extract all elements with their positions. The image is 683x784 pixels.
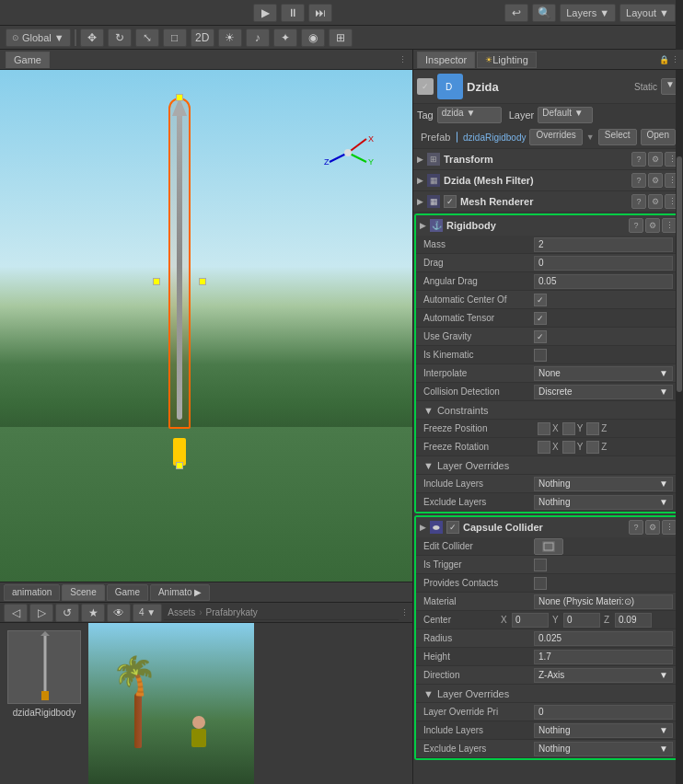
mass-input[interactable] [534, 237, 673, 252]
prefabrykaty-breadcrumb[interactable]: Prafabrykaty [206, 607, 258, 617]
freeze-rot-z-check[interactable] [586, 441, 599, 454]
audio-toggle[interactable]: ♪ [246, 29, 270, 47]
edit-collider-button[interactable] [534, 538, 563, 555]
layout-dropdown[interactable]: Layout ▼ [619, 4, 676, 22]
use-gravity-checkbox[interactable]: ✓ [534, 330, 547, 343]
auto-center-checkbox[interactable]: ✓ [534, 294, 547, 306]
freeze-rot-x-check[interactable] [538, 441, 550, 454]
rigidbody-settings[interactable]: ⚙ [645, 218, 660, 233]
height-input[interactable] [534, 650, 673, 664]
back-button[interactable]: ◁ [4, 604, 28, 622]
lighting-toggle[interactable]: ☀ [218, 29, 242, 47]
center-z-input[interactable] [615, 613, 652, 628]
mesh-renderer-help[interactable]: ? [631, 194, 646, 209]
global-dropdown[interactable]: ⊙ Global ▼ [6, 29, 71, 47]
inspector-scrollbar[interactable] [676, 50, 683, 784]
rotate-tool[interactable]: ↻ [108, 29, 132, 47]
direction-dropdown[interactable]: Z-Axis ▼ [534, 668, 673, 683]
inspector-lock[interactable]: 🔒 [659, 55, 669, 64]
handle-top[interactable] [176, 94, 183, 101]
scene-tab[interactable]: Scene [62, 584, 104, 601]
handle-bottom[interactable] [176, 462, 183, 469]
cc-layer-override-pri-input[interactable] [534, 705, 673, 720]
game-preview-tab[interactable]: Game [107, 584, 148, 601]
overrides-button[interactable]: Overrides [529, 129, 582, 145]
is-trigger-checkbox[interactable] [534, 559, 547, 571]
center-x-input[interactable] [512, 613, 549, 628]
asset-menu[interactable]: ⋮ [400, 608, 409, 617]
capsule-settings[interactable]: ⚙ [645, 520, 660, 535]
lighting-tab[interactable]: ☀ Lighting [477, 52, 537, 68]
animation-tab[interactable]: animation [4, 584, 60, 601]
mesh-filter-settings[interactable]: ⚙ [648, 173, 663, 188]
provides-contacts-checkbox[interactable] [534, 577, 547, 590]
animator-tab[interactable]: Animato ▶ [150, 584, 210, 601]
rigidbody-help[interactable]: ? [629, 218, 643, 233]
game-view-tab[interactable]: Game [6, 52, 50, 68]
capsule-collider-header[interactable]: ▶ ⬬ ✓ Capsule Collider ? ⚙ ⋮ [416, 517, 680, 537]
scene-dropdown[interactable]: 4 ▼ [133, 604, 162, 622]
hidden-toggle[interactable]: ◉ [301, 29, 325, 47]
inspector-menu[interactable]: ⋮ [671, 55, 679, 64]
tag-dropdown[interactable]: dzida ▼ [437, 107, 502, 123]
effects-toggle[interactable]: ✦ [273, 29, 297, 47]
capsule-menu[interactable]: ⋮ [662, 520, 677, 535]
is-kinematic-checkbox[interactable] [534, 349, 547, 362]
material-dropdown[interactable]: None (Physic Materi:⊙) [534, 594, 673, 609]
capsule-help[interactable]: ? [629, 520, 643, 535]
mesh-filter-help[interactable]: ? [631, 173, 646, 188]
interpolate-dropdown[interactable]: None ▼ [534, 366, 673, 381]
mesh-renderer-header[interactable]: ▶ ▦ ✓ Mesh Renderer ? ⚙ ⋮ [413, 191, 683, 212]
2d-button[interactable]: 2D [191, 29, 214, 47]
transform-settings[interactable]: ⚙ [648, 152, 663, 167]
auto-tensor-checkbox[interactable]: ✓ [534, 312, 547, 325]
freeze-pos-x-check[interactable] [538, 422, 550, 435]
rb-include-layers-dropdown[interactable]: Nothing ▼ [534, 477, 673, 491]
open-button[interactable]: Open [641, 129, 676, 145]
grid-toggle[interactable]: ⊞ [329, 29, 353, 47]
scale-tool[interactable]: ⤡ [135, 29, 159, 47]
rect-tool[interactable]: □ [163, 29, 187, 47]
refresh-button[interactable]: ↺ [55, 604, 79, 622]
transform-help[interactable]: ? [631, 152, 646, 167]
handle-left[interactable] [153, 278, 160, 285]
undo-button[interactable]: ↩ [504, 4, 528, 22]
eye-button[interactable]: 👁 [107, 604, 131, 622]
freeze-rot-y-check[interactable] [562, 441, 575, 454]
dzida-object[interactable] [156, 98, 203, 466]
layer-dropdown[interactable]: Default ▼ [538, 107, 593, 123]
rb-exclude-layers-dropdown[interactable]: Nothing ▼ [534, 495, 673, 510]
freeze-pos-z-check[interactable] [586, 422, 599, 435]
play-button[interactable]: ▶ [253, 4, 277, 22]
scrollbar-thumb[interactable] [677, 156, 682, 392]
rigidbody-header[interactable]: ▶ ⚓ Rigidbody ? ⚙ ⋮ [416, 215, 680, 236]
move-tool[interactable]: ✥ [80, 29, 104, 47]
center-y-input[interactable] [563, 613, 600, 628]
favorite-button[interactable]: ★ [81, 604, 105, 622]
drag-input[interactable] [534, 256, 673, 271]
pause-button[interactable]: ⏸ [281, 4, 305, 22]
capsule-enabled[interactable]: ✓ [446, 521, 459, 534]
search-button[interactable]: 🔍 [532, 4, 556, 22]
freeze-pos-y-check[interactable] [562, 422, 575, 435]
enabled-checkbox[interactable]: ✓ [417, 78, 434, 95]
angular-drag-input[interactable] [534, 274, 673, 289]
radius-input[interactable] [534, 631, 673, 646]
cc-include-layers-dropdown[interactable]: Nothing ▼ [534, 723, 673, 738]
asset-item-dzida[interactable]: dzidaRigidbody [7, 630, 81, 718]
mesh-renderer-enabled[interactable]: ✓ [444, 195, 457, 208]
handle-right[interactable] [199, 278, 206, 285]
cc-exclude-layers-dropdown[interactable]: Nothing ▼ [534, 742, 673, 756]
forward-button[interactable]: ▷ [29, 604, 53, 622]
select-button[interactable]: Select [598, 129, 637, 145]
layers-dropdown[interactable]: Layers ▼ [560, 4, 616, 22]
rigidbody-menu[interactable]: ⋮ [662, 218, 677, 233]
mesh-renderer-settings[interactable]: ⚙ [648, 194, 663, 209]
step-button[interactable]: ⏭ [308, 4, 332, 22]
collision-dropdown[interactable]: Discrete ▼ [534, 385, 673, 399]
more-options[interactable]: ⋮ [399, 55, 407, 64]
inspector-tab[interactable]: Inspector [417, 52, 475, 68]
transform-header[interactable]: ▶ ⊞ Transform ? ⚙ ⋮ [413, 149, 683, 169]
mesh-filter-header[interactable]: ▶ ▦ Dzida (Mesh Filter) ? ⚙ ⋮ [413, 170, 683, 190]
assets-breadcrumb[interactable]: Assets [168, 607, 195, 617]
